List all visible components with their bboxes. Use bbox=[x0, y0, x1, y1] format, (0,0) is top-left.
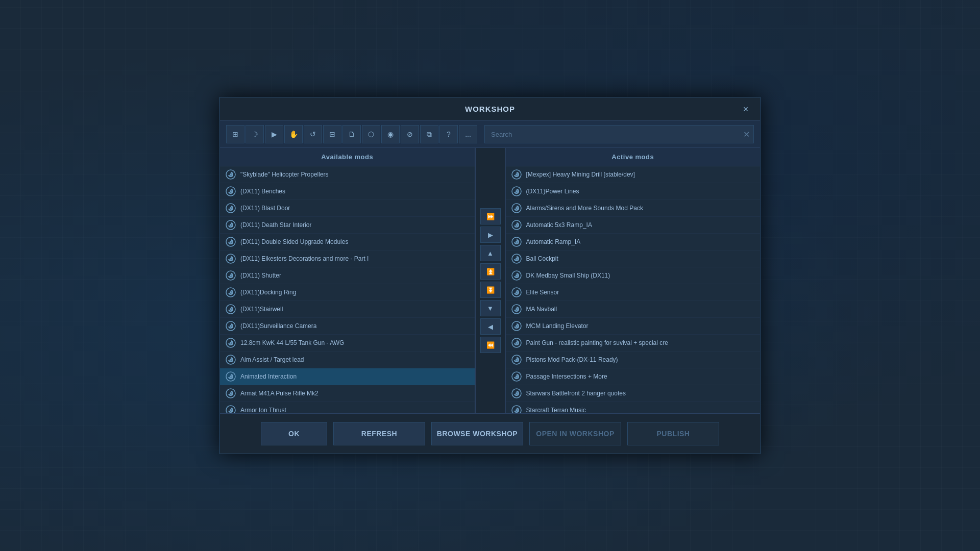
page-icon[interactable]: 🗋 bbox=[342, 125, 361, 143]
move-up-button[interactable]: ▲ bbox=[480, 245, 501, 261]
list-item[interactable]: Alarms/Sirens and More Sounds Mod Pack bbox=[506, 200, 761, 217]
refresh-icon[interactable]: ↺ bbox=[304, 125, 322, 143]
list-item[interactable]: Aim Assist / Target lead bbox=[220, 352, 475, 368]
steam-icon bbox=[511, 388, 522, 399]
ok-button[interactable]: OK bbox=[261, 422, 327, 445]
steam-icon bbox=[511, 270, 522, 281]
steam-icon bbox=[511, 186, 522, 197]
help-icon[interactable]: ? bbox=[439, 125, 458, 143]
storage-icon[interactable]: ⊟ bbox=[323, 125, 341, 143]
browse-workshop-button[interactable]: Browse Workshop bbox=[431, 422, 523, 445]
svg-point-21 bbox=[230, 342, 232, 344]
list-item[interactable]: [Mexpex] Heavy Mining Drill [stable/dev] bbox=[506, 166, 761, 183]
grid-icon[interactable]: ⊞ bbox=[226, 125, 244, 143]
move-top-button[interactable]: ⏫ bbox=[480, 263, 501, 280]
play-icon[interactable]: ▶ bbox=[265, 125, 283, 143]
steam-icon bbox=[225, 236, 236, 247]
list-item[interactable]: Armor Ion Thrust bbox=[220, 402, 475, 413]
list-item[interactable]: (DX11)Stairwell bbox=[220, 301, 475, 318]
svg-point-3 bbox=[230, 190, 232, 192]
copy-icon[interactable]: ⧉ bbox=[420, 125, 438, 143]
search-clear-button[interactable]: ✕ bbox=[743, 130, 750, 139]
transfer-left-button[interactable]: ◀ bbox=[480, 318, 501, 335]
search-input[interactable] bbox=[484, 125, 754, 143]
more-icon[interactable]: ... bbox=[459, 125, 477, 143]
refresh-button[interactable]: Refresh bbox=[333, 422, 425, 445]
list-item[interactable]: Ball Cockpit bbox=[506, 251, 761, 267]
transfer-right-button[interactable]: ▶ bbox=[480, 227, 501, 243]
transfer-all-left-button[interactable]: ⏪ bbox=[480, 337, 501, 353]
steam-icon bbox=[511, 320, 522, 332]
mod-name: Automatic Ramp_IA bbox=[526, 238, 581, 245]
list-item[interactable]: (DX11) Shutter bbox=[220, 267, 475, 284]
mod-name: Passage Intersections + More bbox=[526, 373, 607, 380]
list-item[interactable]: Starwars Battlefront 2 hanger quotes bbox=[506, 385, 761, 402]
svg-point-25 bbox=[230, 375, 232, 378]
mod-name: MA Navball bbox=[526, 306, 557, 313]
steam-icon bbox=[225, 304, 236, 315]
steam-icon bbox=[511, 287, 522, 298]
list-item[interactable]: (DX11) Blast Door bbox=[220, 200, 475, 217]
list-item[interactable]: "Skyblade" Helicopter Propellers bbox=[220, 166, 475, 183]
list-item[interactable]: (DX11) Death Star Interior bbox=[220, 217, 475, 234]
steam-icon bbox=[225, 270, 236, 281]
close-button[interactable]: × bbox=[740, 103, 752, 115]
shield-icon[interactable]: ⊘ bbox=[401, 125, 419, 143]
list-item[interactable]: Starcraft Terran Music bbox=[506, 402, 761, 413]
list-item[interactable]: (DX11)Surveillance Camera bbox=[220, 318, 475, 335]
list-item[interactable]: DK Medbay Small Ship (DX11) bbox=[506, 267, 761, 284]
mod-name: Alarms/Sirens and More Sounds Mod Pack bbox=[526, 205, 643, 212]
steam-icon bbox=[511, 219, 522, 231]
svg-point-47 bbox=[516, 258, 518, 260]
svg-point-61 bbox=[516, 375, 518, 378]
available-mods-list[interactable]: "Skyblade" Helicopter Propellers (DX11) … bbox=[220, 166, 475, 413]
paint-icon[interactable]: ◉ bbox=[381, 125, 400, 143]
steam-icon bbox=[511, 337, 522, 348]
cube-icon[interactable]: ⬡ bbox=[362, 125, 380, 143]
svg-point-27 bbox=[230, 392, 232, 394]
mod-name: (DX11)Docking Ring bbox=[240, 289, 296, 296]
transfer-all-right-button[interactable]: ⏩ bbox=[480, 208, 501, 224]
list-item[interactable]: 12.8cm KwK 44 L/55 Tank Gun - AWG bbox=[220, 335, 475, 352]
steam-icon bbox=[511, 203, 522, 214]
list-item[interactable]: Passage Intersections + More bbox=[506, 368, 761, 385]
moon-icon[interactable]: ☽ bbox=[246, 125, 264, 143]
list-item[interactable]: (DX11) Eikesters Decorations and more - … bbox=[220, 251, 475, 267]
list-item[interactable]: MCM Landing Elevator bbox=[506, 318, 761, 335]
modal-title: Workshop bbox=[465, 105, 515, 113]
mod-name: Elite Sensor bbox=[526, 289, 559, 296]
list-item[interactable]: (DX11)Power Lines bbox=[506, 183, 761, 200]
move-bottom-button[interactable]: ⏬ bbox=[480, 282, 501, 298]
active-mods-list[interactable]: [Mexpex] Heavy Mining Drill [stable/dev]… bbox=[506, 166, 761, 413]
mod-name: Starcraft Terran Music bbox=[526, 407, 586, 413]
svg-point-51 bbox=[516, 291, 518, 293]
steam-icon bbox=[225, 186, 236, 197]
svg-point-55 bbox=[516, 325, 518, 327]
svg-point-53 bbox=[516, 308, 518, 310]
move-down-button[interactable]: ▼ bbox=[480, 300, 501, 316]
list-item[interactable]: Elite Sensor bbox=[506, 284, 761, 301]
hand-icon[interactable]: ✋ bbox=[284, 125, 303, 143]
list-item[interactable]: Paint Gun - realistic painting for suviv… bbox=[506, 335, 761, 352]
list-item[interactable]: Animated Interaction bbox=[220, 368, 475, 385]
svg-point-57 bbox=[516, 342, 518, 344]
list-item[interactable]: (DX11) Benches bbox=[220, 183, 475, 200]
list-item[interactable]: Armat M41A Pulse Rifle Mk2 bbox=[220, 385, 475, 402]
svg-point-59 bbox=[516, 359, 518, 361]
list-item[interactable]: Automatic Ramp_IA bbox=[506, 234, 761, 251]
steam-icon bbox=[225, 388, 236, 399]
steam-icon bbox=[225, 203, 236, 214]
list-item[interactable]: (DX11)Docking Ring bbox=[220, 284, 475, 301]
mod-name: Paint Gun - realistic painting for suviv… bbox=[526, 339, 668, 346]
list-item[interactable]: (DX11) Double Sided Upgrade Modules bbox=[220, 234, 475, 251]
steam-icon bbox=[511, 371, 522, 382]
publish-button[interactable]: Publish bbox=[627, 422, 719, 445]
svg-point-15 bbox=[230, 291, 232, 293]
list-item[interactable]: MA Navball bbox=[506, 301, 761, 318]
steam-icon bbox=[225, 253, 236, 264]
list-item[interactable]: Pistons Mod Pack-(DX-11 Ready) bbox=[506, 352, 761, 368]
steam-icon bbox=[511, 304, 522, 315]
list-item[interactable]: Automatic 5x3 Ramp_IA bbox=[506, 217, 761, 234]
open-in-workshop-button[interactable]: Open in Workshop bbox=[529, 422, 621, 445]
svg-point-17 bbox=[230, 308, 232, 310]
